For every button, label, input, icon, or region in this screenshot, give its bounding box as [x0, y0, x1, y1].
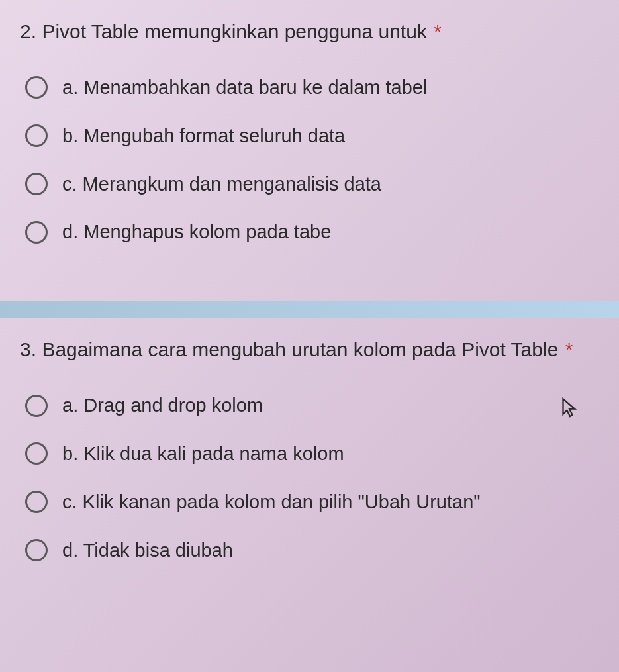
- option-label: c. Klik kanan pada kolom dan pilih "Ubah…: [62, 491, 481, 514]
- radio-circle-icon: [25, 173, 48, 195]
- question-block-3: 3. Bagaimana cara mengubah urutan kolom …: [0, 318, 619, 618]
- question-text: 2. Pivot Table memungkinkan pengguna unt…: [20, 19, 599, 44]
- radio-option-c[interactable]: c. Klik kanan pada kolom dan pilih "Ubah…: [20, 491, 599, 514]
- question-number: 3.: [20, 338, 36, 360]
- question-block-2: 2. Pivot Table memungkinkan pengguna unt…: [0, 0, 619, 301]
- radio-circle-icon: [25, 539, 48, 561]
- required-indicator: *: [434, 21, 442, 42]
- required-indicator: *: [565, 338, 573, 360]
- option-label: a. Drag and drop kolom: [62, 394, 263, 417]
- radio-circle-icon: [25, 221, 48, 244]
- radio-option-b[interactable]: b. Mengubah format seluruh data: [20, 124, 599, 148]
- radio-option-d[interactable]: d. Menghapus kolom pada tabe: [20, 220, 599, 244]
- radio-option-c[interactable]: c. Merangkum dan menganalisis data: [20, 173, 599, 196]
- radio-circle-icon: [25, 442, 48, 465]
- option-label: b. Klik dua kali pada nama kolom: [62, 442, 344, 465]
- question-content: Pivot Table memungkinkan pengguna untuk: [42, 21, 427, 42]
- radio-circle-icon: [25, 395, 48, 417]
- radio-option-b[interactable]: b. Klik dua kali pada nama kolom: [20, 442, 599, 465]
- radio-option-a[interactable]: a. Drag and drop kolom: [20, 394, 599, 417]
- radio-option-a[interactable]: a. Menambahkan data baru ke dalam tabel: [20, 76, 599, 99]
- radio-circle-icon: [25, 124, 48, 147]
- radio-circle-icon: [25, 76, 48, 99]
- cursor-pointer-icon: [561, 397, 579, 418]
- option-label: d. Tidak bisa diubah: [62, 539, 233, 562]
- question-text: 3. Bagaimana cara mengubah urutan kolom …: [20, 336, 599, 362]
- option-label: c. Merangkum dan menganalisis data: [62, 173, 381, 196]
- radio-circle-icon: [25, 491, 48, 513]
- radio-option-d[interactable]: d. Tidak bisa diubah: [20, 539, 599, 562]
- option-label: b. Mengubah format seluruh data: [62, 124, 345, 148]
- question-content: Bagaimana cara mengubah urutan kolom pad…: [42, 338, 558, 360]
- option-label: d. Menghapus kolom pada tabe: [62, 220, 331, 244]
- option-label: a. Menambahkan data baru ke dalam tabel: [62, 76, 427, 99]
- section-divider: [0, 301, 619, 318]
- question-number: 2.: [20, 21, 36, 42]
